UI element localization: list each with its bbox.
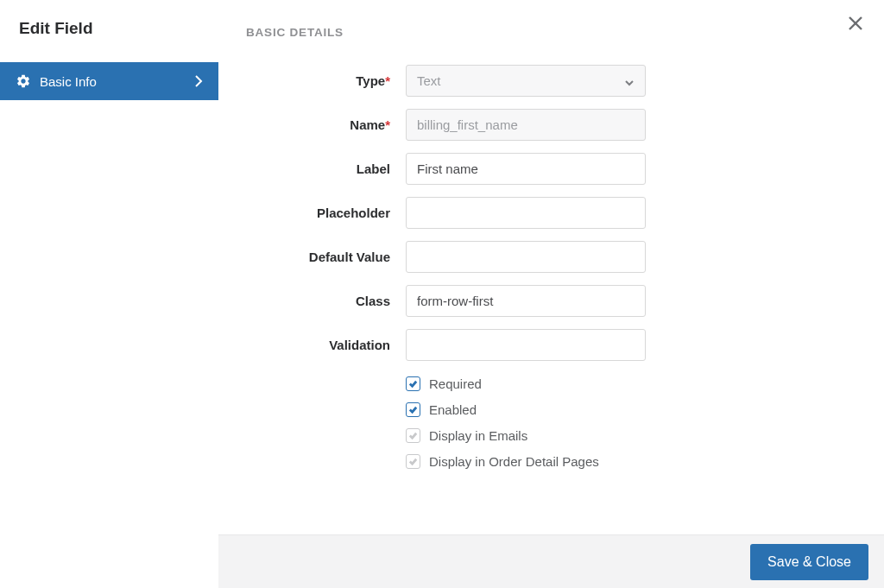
close-icon — [848, 16, 863, 31]
close-button[interactable] — [846, 14, 865, 33]
field-row-type: Type* Text — [246, 65, 856, 97]
check-icon — [408, 405, 418, 414]
select-value: Text — [417, 73, 441, 88]
sidebar: Edit Field Basic Info — [0, 0, 218, 588]
validation-field[interactable] — [406, 329, 646, 361]
sidebar-item-basic-info[interactable]: Basic Info — [0, 62, 218, 100]
field-row-name: Name* — [246, 109, 856, 141]
check-icon — [408, 379, 418, 389]
required-asterisk: * — [385, 117, 390, 132]
checkbox-group: Required Enabled Display in Emails — [406, 373, 856, 469]
field-label: Placeholder — [246, 205, 406, 220]
checkbox-label: Display in Emails — [429, 428, 527, 443]
field-label: Class — [246, 294, 406, 308]
label-field[interactable] — [406, 153, 646, 185]
type-select[interactable]: Text — [406, 65, 646, 97]
page-title: Edit Field — [0, 0, 218, 62]
sidebar-item-label: Basic Info — [40, 74, 186, 89]
required-asterisk: * — [385, 73, 390, 88]
checkbox-label: Enabled — [429, 402, 477, 417]
name-field — [406, 109, 646, 141]
checkbox-row-enabled: Enabled — [406, 402, 856, 417]
field-row-placeholder: Placeholder — [246, 197, 856, 229]
field-label: Label — [246, 161, 406, 176]
gear-icon — [16, 73, 31, 89]
check-icon — [408, 431, 418, 440]
form-area: Type* Text Name* — [218, 47, 884, 469]
check-icon — [408, 457, 418, 466]
field-label-text: Type — [356, 73, 385, 88]
save-close-button[interactable]: Save & Close — [750, 544, 868, 580]
field-label: Default Value — [246, 250, 406, 264]
checkbox-label: Display in Order Detail Pages — [429, 454, 599, 469]
chevron-down-icon — [624, 76, 635, 86]
field-label: Validation — [246, 338, 406, 352]
display-order-pages-checkbox — [406, 454, 420, 469]
field-label-text: Name — [350, 117, 385, 132]
section-title: BASIC DETAILS — [218, 0, 884, 47]
checkbox-label: Required — [429, 376, 482, 391]
footer: Save & Close — [218, 534, 884, 588]
required-checkbox[interactable] — [406, 376, 420, 391]
field-label: Type* — [246, 73, 406, 88]
enabled-checkbox[interactable] — [406, 402, 420, 417]
field-row-validation: Validation — [246, 329, 856, 361]
field-row-default-value: Default Value — [246, 241, 856, 273]
field-row-label: Label — [246, 153, 856, 185]
default-value-field[interactable] — [406, 241, 646, 273]
display-emails-checkbox — [406, 428, 420, 443]
chevron-right-icon — [194, 75, 203, 87]
placeholder-field[interactable] — [406, 197, 646, 229]
field-row-class: Class — [246, 285, 856, 317]
field-label: Name* — [246, 117, 406, 132]
main-panel: BASIC DETAILS Type* Text — [218, 0, 884, 588]
class-field[interactable] — [406, 285, 646, 317]
checkbox-row-display-order: Display in Order Detail Pages — [406, 454, 856, 469]
checkbox-row-display-emails: Display in Emails — [406, 428, 856, 443]
checkbox-row-required: Required — [406, 376, 856, 391]
